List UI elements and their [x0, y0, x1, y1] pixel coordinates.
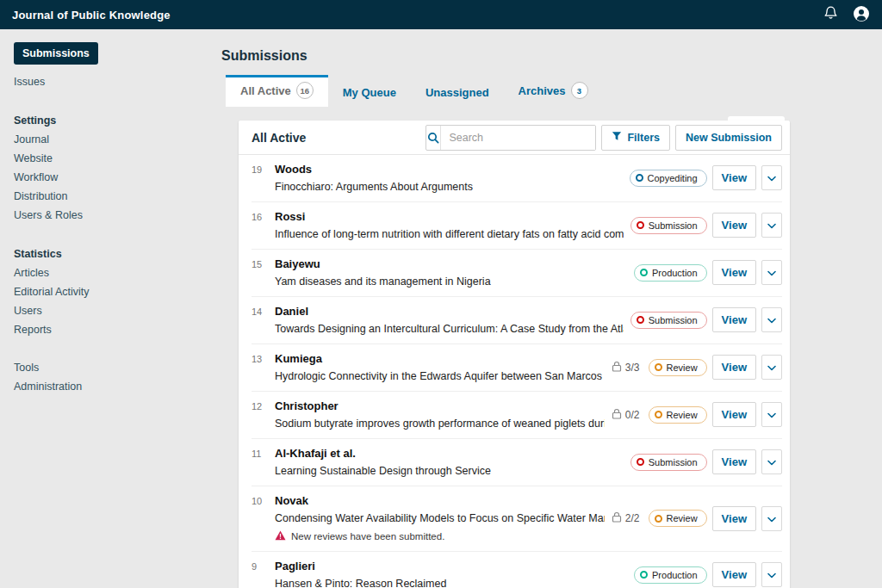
journal-title: Journal of Public Knowledge [12, 9, 171, 22]
filters-button[interactable]: Filters [601, 125, 670, 151]
new-submission-label: New Submission [686, 132, 772, 144]
submission-id: 10 [252, 494, 275, 524]
submission-author: Daniel [275, 305, 624, 318]
submission-author: Baiyewu [275, 257, 627, 270]
view-button[interactable]: View [712, 355, 756, 380]
stage-dot-icon [640, 571, 648, 579]
submission-author: Al-Khafaji et al. [275, 447, 624, 460]
sidebar-section-statistics: Statistics Articles Editorial Activity U… [14, 248, 207, 336]
submission-id: 14 [252, 305, 275, 335]
stage-label: Review [667, 513, 698, 523]
stage-badge: Review [649, 406, 707, 424]
review-progress: 3/3 [612, 361, 640, 374]
submission-row: 9 Paglieri Hansen & Pinto: Reason Reclai… [252, 552, 782, 588]
review-count: 3/3 [625, 362, 640, 374]
view-button[interactable]: View [712, 307, 756, 332]
sidebar: Submissions Issues Settings Journal Webs… [0, 29, 220, 588]
sidebar-item-workflow[interactable]: Workflow [14, 172, 207, 183]
sidebar-header-statistics: Statistics [14, 248, 207, 260]
stage-label: Review [667, 410, 698, 420]
view-button[interactable]: View [712, 165, 756, 190]
expand-row-button[interactable] [761, 506, 782, 531]
view-button[interactable]: View [712, 260, 756, 285]
sidebar-item-submissions[interactable]: Submissions [14, 42, 98, 65]
all-active-panel: All Active Filters [239, 121, 790, 588]
stage-badge: Production [634, 566, 707, 584]
view-button[interactable]: View [712, 449, 756, 474]
tab-all-active[interactable]: All Active 16 [226, 75, 328, 107]
stage-label: Production [652, 570, 698, 580]
submission-row: 11 Al-Khafaji et al. Learning Sustainabl… [252, 439, 782, 486]
review-count: 0/2 [625, 409, 640, 421]
sidebar-item-administration[interactable]: Administration [14, 381, 207, 393]
submission-row: 13 Kumiega Hydrologic Connectivity in th… [252, 344, 782, 392]
sidebar-item-website[interactable]: Website [14, 153, 207, 164]
view-button[interactable]: View [712, 402, 756, 427]
expand-row-button[interactable] [761, 449, 782, 474]
tab-label: My Queue [343, 86, 396, 99]
submission-id: 13 [252, 352, 275, 382]
new-submission-button[interactable]: New Submission [675, 125, 782, 151]
expand-row-button[interactable] [761, 402, 782, 427]
submission-title: Hydrologic Connectivity in the Edwards A… [275, 370, 605, 382]
view-button[interactable]: View [712, 562, 756, 587]
lock-icon [612, 408, 622, 422]
user-menu-button[interactable] [853, 5, 870, 25]
expand-row-button[interactable] [761, 213, 782, 238]
sidebar-item-issues[interactable]: Issues [14, 76, 207, 88]
submission-title: Condensing Water Availability Models to … [275, 512, 605, 524]
submission-title: Yam diseases and its management in Niger… [275, 275, 627, 288]
search-icon[interactable] [426, 126, 441, 150]
review-count: 2/2 [625, 512, 640, 524]
tab-unassigned[interactable]: Unassigned [411, 79, 504, 107]
topbar: Journal of Public Knowledge [0, 0, 882, 29]
submission-title: Hansen & Pinto: Reason Reclaimed [275, 578, 627, 588]
sidebar-item-users[interactable]: Users [14, 306, 207, 317]
expand-row-button[interactable] [761, 260, 782, 285]
sidebar-item-distribution[interactable]: Distribution [14, 191, 207, 202]
chevron-down-icon [767, 219, 776, 232]
expand-row-button[interactable] [761, 355, 782, 380]
view-button[interactable]: View [712, 213, 756, 238]
sidebar-item-editorial-activity[interactable]: Editorial Activity [14, 287, 207, 298]
submission-notice: New reviews have been submitted. [275, 530, 605, 542]
submissions-tabs: All Active 16 My Queue Unassigned Archiv… [226, 75, 790, 107]
tab-my-queue[interactable]: My Queue [328, 79, 411, 107]
chevron-down-icon [767, 568, 776, 581]
view-button[interactable]: View [712, 506, 756, 531]
submission-author: Rossi [275, 210, 624, 223]
tab-label: Unassigned [425, 86, 489, 99]
submission-row: 15 Baiyewu Yam diseases and its manageme… [252, 250, 782, 297]
chevron-down-icon [767, 408, 776, 421]
sidebar-item-tools[interactable]: Tools [14, 362, 207, 374]
chevron-down-icon [767, 171, 776, 184]
sidebar-item-journal[interactable]: Journal [14, 134, 207, 145]
sidebar-item-users-roles[interactable]: Users & Roles [14, 210, 207, 221]
submission-title: Finocchiaro: Arguments About Arguments [275, 181, 623, 193]
submissions-list: 19 Woods Finocchiaro: Arguments About Ar… [239, 155, 790, 588]
submission-author: Christopher [275, 399, 605, 412]
notifications-button[interactable] [823, 5, 839, 24]
sidebar-item-reports[interactable]: Reports [14, 325, 207, 336]
expand-row-button[interactable] [761, 307, 782, 332]
stage-dot-icon [636, 174, 643, 182]
chevron-down-icon [767, 266, 776, 279]
expand-row-button[interactable] [761, 165, 782, 190]
sidebar-header-settings: Settings [14, 115, 207, 127]
submission-title: Learning Sustainable Design through Serv… [275, 465, 624, 477]
submission-author: Paglieri [275, 560, 627, 573]
stage-label: Copyediting [648, 173, 698, 183]
sidebar-item-articles[interactable]: Articles [14, 268, 207, 279]
expand-row-button[interactable] [761, 562, 782, 587]
stage-dot-icon [640, 269, 648, 276]
stage-badge: Review [649, 510, 707, 527]
stage-dot-icon [637, 221, 644, 229]
stage-label: Submission [649, 315, 698, 325]
search-input[interactable] [441, 126, 595, 150]
stage-badge: Submission [630, 454, 707, 471]
stage-label: Submission [649, 220, 698, 231]
submission-row: 12 Christopher Sodium butyrate improves … [252, 392, 782, 439]
stage-dot-icon [655, 363, 662, 371]
panel-title: All Active [252, 131, 420, 145]
tab-archives[interactable]: Archives 3 [504, 75, 603, 107]
